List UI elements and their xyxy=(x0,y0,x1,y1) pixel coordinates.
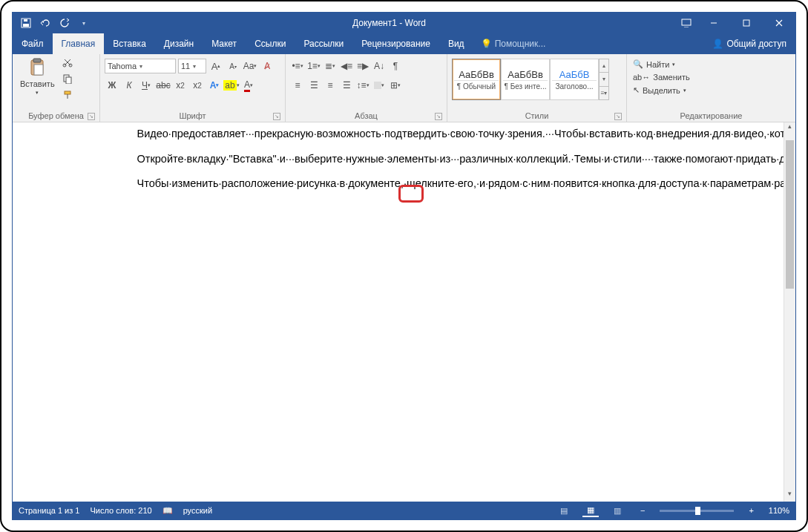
align-right-button[interactable]: ≡ xyxy=(323,78,338,93)
svg-rect-4 xyxy=(743,20,749,26)
scroll-thumb[interactable] xyxy=(786,140,794,289)
tab-file[interactable]: Файл xyxy=(13,33,53,54)
zoom-in-button[interactable]: + xyxy=(744,506,758,515)
shrink-font-button[interactable]: A▾ xyxy=(226,59,240,73)
page-indicator[interactable]: Страница 1 из 1 xyxy=(19,506,79,515)
zoom-level[interactable]: 110% xyxy=(769,506,789,515)
paragraph[interactable]: Откройте·вкладку·"Вставка"·и···выберите·… xyxy=(137,152,671,167)
tab-view[interactable]: Вид xyxy=(439,33,473,54)
cut-button[interactable] xyxy=(61,56,74,69)
tab-mailings[interactable]: Рассылки xyxy=(295,33,352,54)
clipboard-launcher[interactable]: ↘ xyxy=(88,113,95,120)
decrease-indent-button[interactable]: ◀≡ xyxy=(339,59,354,73)
copy-button[interactable] xyxy=(61,72,74,85)
font-launcher[interactable]: ↘ xyxy=(273,113,280,120)
word-count[interactable]: Число слов: 210 xyxy=(90,506,151,515)
bold-button[interactable]: Ж xyxy=(105,78,119,93)
select-button[interactable]: ↖Выделить▾ xyxy=(631,85,692,96)
strikethrough-button[interactable]: abc xyxy=(156,78,171,93)
paste-button[interactable]: Вставить ▾ xyxy=(17,56,58,97)
group-clipboard: Вставить ▾ Буфер обмена↘ xyxy=(13,54,100,122)
align-center-button[interactable]: ☰ xyxy=(306,78,321,93)
change-case-button[interactable]: Aa▾ xyxy=(243,59,257,73)
language-indicator[interactable]: русский xyxy=(183,506,212,515)
web-layout-button[interactable]: ▥ xyxy=(609,504,625,517)
styles-more[interactable]: ≡▾ xyxy=(600,87,608,99)
vertical-scrollbar[interactable]: ▴ ▾ xyxy=(784,122,795,502)
replace-button[interactable]: ab↔Заменить xyxy=(631,72,692,82)
grow-font-button[interactable]: A▴ xyxy=(208,59,223,73)
sort-button[interactable]: A↓ xyxy=(372,59,387,73)
line-spacing-button[interactable]: ↕≡▾ xyxy=(355,78,370,93)
zoom-knob[interactable] xyxy=(695,507,700,515)
increase-indent-button[interactable]: ≡▶ xyxy=(355,59,370,73)
read-mode-button[interactable]: ▤ xyxy=(556,504,572,517)
minimize-button[interactable] xyxy=(697,13,730,33)
highlight-button[interactable]: ab▾ xyxy=(224,78,239,93)
justify-button[interactable]: ☰ xyxy=(339,78,354,93)
zoom-slider[interactable] xyxy=(660,510,734,512)
group-font-label: Шрифт xyxy=(179,111,206,120)
style-name: ¶ Обычный xyxy=(454,80,499,91)
format-painter-button[interactable] xyxy=(61,88,74,102)
style-preview: АаБбВв xyxy=(459,69,494,80)
style-preview: АаБбВ xyxy=(559,69,590,80)
close-button[interactable] xyxy=(763,13,795,33)
numbering-button[interactable]: 1≡▾ xyxy=(306,59,321,73)
share-button[interactable]: 👤Общий доступ xyxy=(703,33,795,54)
scroll-down[interactable]: ▾ xyxy=(784,490,795,502)
underline-button[interactable]: Ч▾ xyxy=(139,78,154,93)
subscript-button[interactable]: x2 xyxy=(173,78,188,93)
paragraph-launcher[interactable]: ↘ xyxy=(435,113,442,120)
page-content[interactable]: Видео·предоставляет···прекрасную·возможн… xyxy=(122,122,686,209)
tab-design[interactable]: Дизайн xyxy=(155,33,203,54)
redo-icon[interactable] xyxy=(59,17,70,29)
find-button[interactable]: 🔍Найти▾ xyxy=(631,59,692,70)
shading-button[interactable]: ▾ xyxy=(372,78,387,93)
style-heading1[interactable]: АаБбВЗаголово... xyxy=(550,59,599,100)
tell-me[interactable]: 💡Помощник... xyxy=(473,33,554,54)
group-editing-label: Редактирование xyxy=(680,111,743,120)
tab-layout[interactable]: Макет xyxy=(203,33,246,54)
qat-dropdown-icon[interactable]: ▾ xyxy=(78,17,90,29)
tab-home[interactable]: Главная xyxy=(53,33,105,54)
tell-me-label: Помощник... xyxy=(495,39,546,49)
style-normal[interactable]: АаБбВв¶ Обычный xyxy=(452,59,501,100)
scroll-up[interactable]: ▴ xyxy=(784,122,795,134)
undo-icon[interactable] xyxy=(39,17,51,29)
document-area[interactable]: Видео·предоставляет···прекрасную·возможн… xyxy=(13,122,795,502)
save-icon[interactable] xyxy=(20,17,32,29)
styles-launcher[interactable]: ↘ xyxy=(614,113,622,120)
superscript-button[interactable]: x2 xyxy=(190,78,205,93)
multilevel-button[interactable]: ≣▾ xyxy=(323,59,338,73)
replace-icon: ab↔ xyxy=(633,73,650,82)
styles-up[interactable]: ▴ xyxy=(600,59,608,73)
borders-button[interactable]: ⊞▾ xyxy=(388,78,403,93)
bullets-button[interactable]: •≡▾ xyxy=(290,59,305,73)
font-name-combo[interactable]: Tahoma▾ xyxy=(105,59,176,73)
style-name: Заголово... xyxy=(552,80,597,91)
tab-insert[interactable]: Вставка xyxy=(104,33,155,54)
show-marks-button[interactable]: ¶ xyxy=(388,59,403,73)
ribbon-options-icon[interactable] xyxy=(681,19,692,27)
zoom-out-button[interactable]: − xyxy=(636,506,649,515)
paragraph[interactable]: Чтобы·изменить·расположение·рисунка·в·до… xyxy=(137,177,671,191)
share-icon: 👤 xyxy=(712,39,723,49)
italic-button[interactable]: К xyxy=(122,78,137,93)
svg-rect-11 xyxy=(66,77,71,84)
styles-down[interactable]: ▾ xyxy=(600,73,608,86)
paragraph[interactable]: Видео·предоставляет···прекрасную·возможн… xyxy=(137,127,671,142)
style-no-spacing[interactable]: АаБбВв¶ Без инте... xyxy=(501,59,550,100)
font-color-button[interactable]: A▾ xyxy=(241,78,256,93)
print-layout-button[interactable]: ▦ xyxy=(582,504,599,517)
search-icon: 🔍 xyxy=(633,59,643,69)
tab-references[interactable]: Ссылки xyxy=(246,33,295,54)
text-effects-button[interactable]: A▾ xyxy=(207,78,222,93)
proofing-icon[interactable]: 📖 xyxy=(162,506,173,516)
maximize-button[interactable] xyxy=(730,13,763,33)
clear-formatting-button[interactable]: A̷ xyxy=(260,59,275,73)
align-left-button[interactable]: ≡ xyxy=(290,78,305,93)
group-editing: 🔍Найти▾ ab↔Заменить ↖Выделить▾ Редактиро… xyxy=(627,54,795,122)
tab-review[interactable]: Рецензирование xyxy=(352,33,439,54)
font-size-combo[interactable]: 11▾ xyxy=(178,59,206,73)
